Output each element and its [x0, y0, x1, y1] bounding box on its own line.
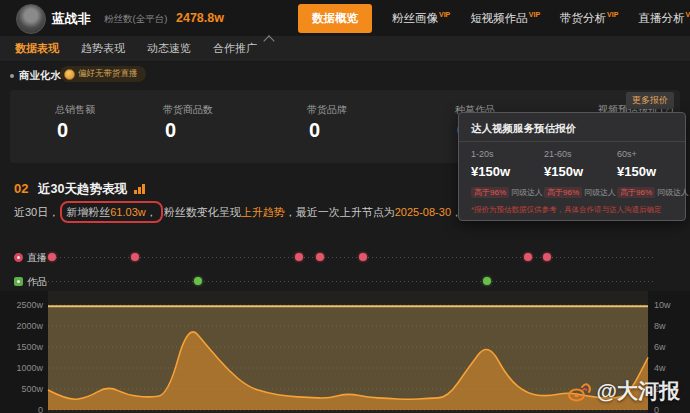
more-quotes-button[interactable]: 更多报价: [626, 92, 674, 109]
y-axis-label-left: 1000w: [16, 363, 43, 373]
quote-price: ¥150w: [617, 164, 690, 179]
summary-boxed-comma: ，: [146, 206, 157, 218]
vip-badge: VIP: [685, 11, 690, 18]
summary-prefix: 近30日，: [14, 206, 59, 218]
metric-value: 0: [57, 119, 68, 142]
y-axis-label-left: 2000w: [16, 321, 43, 331]
section-bullet: [10, 74, 14, 78]
y-axis-label-left: 0: [38, 405, 43, 413]
nav-tab-short-video-works[interactable]: 短视频作品VIP: [470, 11, 540, 26]
works-track: [48, 281, 656, 282]
live-track: [48, 257, 656, 258]
video-quote-popup: 达人视频服务预估报价 1-20s ¥150w 高于96%同级达人 21-60s …: [458, 112, 686, 221]
popup-columns: 1-20s ¥150w 高于96%同级达人 21-60s ¥150w 高于96%…: [471, 149, 690, 198]
metric-label: 带货商品数: [163, 103, 213, 117]
quote-price: ¥150w: [471, 164, 544, 179]
quote-compare-peers: 同级达人: [511, 188, 543, 197]
subnav-tab-cooperation-promotion[interactable]: 合作推广: [213, 41, 257, 56]
nav-tab-live-analysis[interactable]: 直播分析VIP: [638, 11, 690, 26]
top-bar: 蓝战非 粉丝数(全平台) 2478.8w 数据概览粉丝画像VIP短视频作品VIP…: [0, 0, 690, 36]
preference-badge: 偏好无带货直播: [60, 66, 146, 82]
y-axis-label-right: 10w: [654, 300, 671, 310]
quote-column: 21-60s ¥150w 高于96%同级达人: [544, 149, 617, 198]
vip-badge: VIP: [607, 11, 618, 18]
primary-nav: 数据概览粉丝画像VIP短视频作品VIP带货分析VIP直播分析VIP: [298, 0, 690, 36]
app-root: 蓝战非 粉丝数(全平台) 2478.8w 数据概览粉丝画像VIP短视频作品VIP…: [0, 0, 690, 413]
nav-tab-fans-portrait[interactable]: 粉丝画像VIP: [392, 11, 450, 26]
y-axis-label-right: 0: [654, 405, 659, 413]
y-axis-label-left: 2500w: [16, 300, 43, 310]
summary-boxed-text: 新增粉丝: [66, 206, 110, 218]
subnav-tab-activity-overview[interactable]: 动态速览: [147, 41, 191, 56]
watermark-text: @大河报: [597, 377, 680, 405]
annotation-box: 新增粉丝61.03w，: [60, 201, 162, 223]
live-series-icon: [14, 253, 23, 262]
popup-divider: [459, 141, 685, 142]
trend-section-title: 近30天趋势表现: [38, 181, 127, 198]
fans-count-label: 粉丝数(全平台): [104, 13, 167, 26]
live-event-dot[interactable]: [524, 253, 532, 261]
live-series-label: 直播: [27, 251, 47, 265]
summary-trend-direction: 上升趋势: [241, 206, 285, 218]
metric-value: 0: [309, 119, 320, 142]
live-event-dot[interactable]: [131, 253, 139, 261]
popup-title: 达人视频服务预估报价: [471, 122, 576, 136]
works-series-label: 作品: [27, 275, 47, 289]
y-axis-label-right: 8w: [654, 321, 666, 331]
metric-label: 带货品牌: [307, 103, 347, 117]
quote-column: 1-20s ¥150w 高于96%同级达人: [471, 149, 544, 198]
watermark: @大河报: [567, 377, 680, 405]
quote-compare-pct: 高于96%: [544, 187, 582, 198]
popup-note: *报价为预估数据仅供参考，具体合作请与达人沟通后确定: [471, 205, 677, 215]
metric-label: 总销售额: [55, 103, 95, 117]
quote-compare: 高于96%同级达人: [471, 187, 544, 198]
vip-badge: VIP: [529, 11, 540, 18]
subnav-tab-trend-performance[interactable]: 趋势表现: [81, 41, 125, 56]
coin-icon: [64, 69, 75, 80]
quote-duration: 21-60s: [544, 149, 617, 159]
avatar[interactable]: [16, 4, 46, 34]
summary-rise-date: 2025-08-30: [395, 206, 451, 218]
preference-badge-label: 偏好无带货直播: [78, 68, 138, 80]
sub-nav: 数据表现趋势表现动态速览合作推广: [0, 36, 690, 62]
subnav-tab-data-performance[interactable]: 数据表现: [15, 41, 59, 56]
quote-duration: 60s+: [617, 149, 690, 159]
metric-value: 0: [165, 119, 176, 142]
y-axis-label-left: 500w: [21, 384, 43, 394]
nav-tab-commerce-analysis[interactable]: 带货分析VIP: [560, 11, 618, 26]
works-marker-row: 作品: [0, 274, 690, 288]
y-axis-label-left: 1500w: [16, 342, 43, 352]
fans-count-value: 2478.8w: [176, 11, 224, 25]
works-event-dot[interactable]: [483, 277, 491, 285]
weibo-icon: [567, 380, 593, 402]
nav-tab-data-overview[interactable]: 数据概览: [298, 4, 372, 33]
quote-compare-peers: 同级达人: [657, 188, 689, 197]
live-event-dot[interactable]: [316, 253, 324, 261]
quote-compare-pct: 高于96%: [617, 187, 655, 198]
summary-mid2: ，最近一次上升节点为: [285, 206, 395, 218]
summary-mid1: 粉丝数变化呈现: [164, 206, 241, 218]
username: 蓝战非: [52, 10, 91, 28]
live-event-dot[interactable]: [359, 253, 367, 261]
quote-compare: 高于96%同级达人: [617, 187, 690, 198]
quote-duration: 1-20s: [471, 149, 544, 159]
works-event-dot[interactable]: [194, 277, 202, 285]
quote-compare-pct: 高于96%: [471, 187, 509, 198]
live-event-dot[interactable]: [543, 253, 551, 261]
y-axis-label-right: 6w: [654, 342, 666, 352]
trend-bars-icon: [134, 184, 145, 194]
live-event-dot[interactable]: [295, 253, 303, 261]
vip-badge: VIP: [439, 11, 450, 18]
live-marker-row: 直播: [0, 250, 690, 264]
quote-price: ¥150w: [544, 164, 617, 179]
live-event-dot[interactable]: [48, 253, 56, 261]
quote-compare-peers: 同级达人: [584, 188, 616, 197]
summary-new-fans-value: 61.03w: [110, 206, 145, 218]
quote-compare: 高于96%同级达人: [544, 187, 617, 198]
y-axis-label-right: 4w: [654, 363, 666, 373]
works-series-icon: [14, 277, 23, 286]
section-index: 02: [14, 181, 28, 196]
quote-column: 60s+ ¥150w 高于96%同级达人: [617, 149, 690, 198]
